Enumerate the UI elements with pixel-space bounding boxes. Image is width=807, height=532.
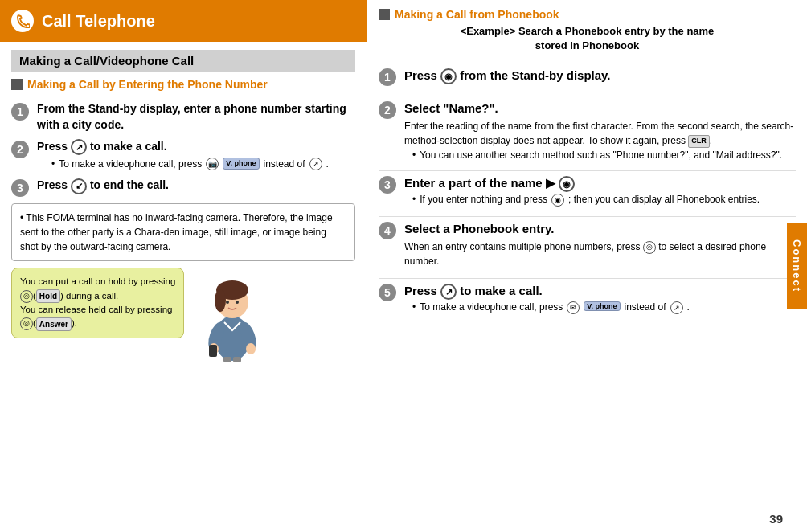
right-step-content-1: Press ◉ from the Stand-by display. xyxy=(404,67,796,84)
right-step-number-5: 5 xyxy=(379,284,396,301)
step-text-3: Press ↙ to end the call. xyxy=(37,178,169,194)
right-step-4: 4 Select a Phonebook entry. When an entr… xyxy=(379,220,796,268)
step-number-1: 1 xyxy=(11,103,29,121)
step-1: 1 From the Stand-by display, enter a pho… xyxy=(11,101,355,133)
left-subsection-title: Making a Call by Entering the Phone Numb… xyxy=(11,78,355,91)
step-number-2: 2 xyxy=(11,141,29,158)
page-number: 39 xyxy=(769,512,783,526)
right-step-1: 1 Press ◉ from the Stand-by display. xyxy=(379,67,796,86)
right-step-3: 3 Enter a part of the name ▶ ◉ If you en… xyxy=(379,174,796,207)
phonebook-icon-1: ◉ xyxy=(440,68,457,84)
confirm-icon-3: ◉ xyxy=(559,176,575,192)
right-step-main-2: Select "Name?". xyxy=(404,100,796,117)
speech-bubble: You can put a call on hold by pressing ◎… xyxy=(11,268,184,338)
right-step-number-3: 3 xyxy=(379,176,396,194)
divider-1 xyxy=(11,96,355,96)
step-2-bullet: To make a videophone call, press 📷V. pho… xyxy=(51,158,329,171)
call-icon-5b: ↗ xyxy=(670,301,683,314)
scroll-icon-4: ◎ xyxy=(643,241,656,254)
right-step-number-4: 4 xyxy=(379,222,396,239)
header-bar: Call Telephone xyxy=(0,0,367,42)
right-step-2: 2 Select "Name?". Enter the reading of t… xyxy=(379,100,796,161)
call-icon-5: ↗ xyxy=(440,284,457,300)
right-step-main-3: Enter a part of the name ▶ ◉ xyxy=(404,174,796,192)
svg-point-4 xyxy=(226,301,229,304)
right-step-bullet-2: You can use another search method such a… xyxy=(412,149,796,161)
left-content: Making a Call/Videophone Call Making a C… xyxy=(0,42,367,532)
right-divider-1 xyxy=(379,96,796,96)
right-step-sub-2: Enter the reading of the name from the f… xyxy=(404,119,796,148)
step-3: 3 Press ↙ to end the call. xyxy=(11,178,355,197)
answer-icon: ◎ xyxy=(20,317,33,330)
step-2: 2 Press ↗ to make a call. To make a vide… xyxy=(11,139,355,171)
right-step-main-1: Press ◉ from the Stand-by display. xyxy=(404,67,796,84)
right-step-number-2: 2 xyxy=(379,101,396,119)
svg-point-3 xyxy=(215,289,226,312)
example-text: <Example> Search a Phonebook entry by th… xyxy=(379,24,796,53)
right-step-content-3: Enter a part of the name ▶ ◉ If you ente… xyxy=(404,174,796,207)
right-step-content-2: Select "Name?". Enter the reading of the… xyxy=(404,100,796,161)
left-panel: Call Telephone Making a Call/Videophone … xyxy=(0,0,367,532)
callout-area: You can put a call on hold by pressing ◎… xyxy=(11,268,355,364)
call-icon-step2: ↗ xyxy=(71,139,87,155)
svg-point-5 xyxy=(236,301,239,304)
note-box: • This FOMA terminal has no inward-facin… xyxy=(11,203,355,261)
right-step-bullet-3: If you enter nothing and press ◉; then y… xyxy=(412,194,796,207)
camera-icon-5: ✉ xyxy=(567,301,580,314)
right-step-main-4: Select a Phonebook entry. xyxy=(404,220,796,237)
right-step-content-5: Press ↗ to make a call. To make a videop… xyxy=(404,282,796,314)
phone-icon xyxy=(11,10,34,32)
camera-icon: 📷 xyxy=(206,158,219,170)
hold-icon: ◎ xyxy=(20,290,33,303)
right-divider-2 xyxy=(379,170,796,171)
call-icon-sm: ↗ xyxy=(309,158,322,170)
right-panel: Making a Call from Phonebook <Example> S… xyxy=(367,0,807,532)
right-divider-4 xyxy=(379,278,796,279)
section-title: Making a Call/Videophone Call xyxy=(11,50,355,72)
svg-rect-11 xyxy=(223,357,231,362)
right-divider-3 xyxy=(379,216,796,217)
svg-rect-10 xyxy=(209,345,217,357)
end-icon: ↙ xyxy=(71,178,87,194)
svg-rect-12 xyxy=(233,357,241,362)
right-step-content-4: Select a Phonebook entry. When an entry … xyxy=(404,220,796,268)
step-number-3: 3 xyxy=(11,179,29,197)
side-tab: Connect xyxy=(787,223,807,309)
right-step-bullet-5: To make a videophone call, press ✉V. pho… xyxy=(412,301,796,314)
confirm-icon-3b: ◉ xyxy=(551,194,564,207)
right-step-5: 5 Press ↗ to make a call. To make a vide… xyxy=(379,282,796,314)
right-step-sub-4: When an entry contains multiple phone nu… xyxy=(404,239,796,268)
svg-point-9 xyxy=(246,343,256,354)
right-subsection-title: Making a Call from Phonebook xyxy=(379,8,796,21)
header-title: Call Telephone xyxy=(42,12,155,31)
right-divider-0 xyxy=(379,63,796,63)
character-illustration xyxy=(192,268,272,364)
step-text-2: Press ↗ to make a call. To make a videop… xyxy=(37,139,329,171)
right-step-number-1: 1 xyxy=(379,68,396,86)
step-text-1: From the Stand-by display, enter a phone… xyxy=(37,101,355,133)
right-step-main-5: Press ↗ to make a call. xyxy=(404,282,796,300)
